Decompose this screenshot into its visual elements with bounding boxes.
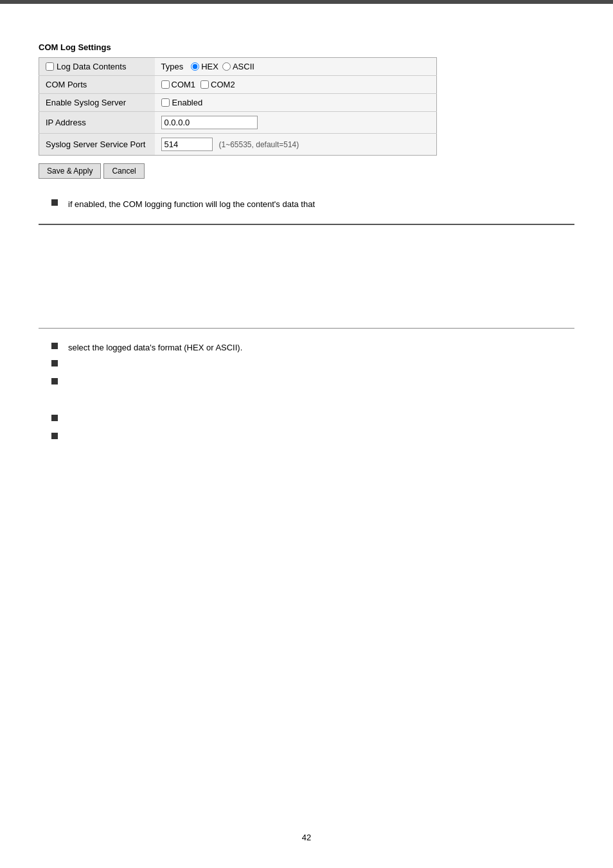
second-bullet-section: select the logged data's format (HEX or … [39, 341, 574, 444]
ascii-radio[interactable] [222, 62, 231, 71]
page-content: COM Log Settings Log Data Contents Types [0, 4, 613, 475]
first-bullet-section: if enabled, the COM logging function wil… [39, 198, 574, 211]
row-label-com-ports: COM Ports [39, 76, 155, 94]
bullet-icon-2-5 [51, 433, 58, 439]
row-value-syslog: Enabled [155, 94, 437, 112]
enabled-checkbox-label[interactable]: Enabled [161, 98, 431, 107]
bullet-item-2-3 [51, 377, 574, 390]
log-data-checkbox-label[interactable]: Log Data Contents [46, 62, 148, 71]
button-row: Save & Apply Cancel [39, 163, 574, 179]
cancel-button[interactable]: Cancel [103, 163, 144, 179]
com2-label[interactable]: COM2 [200, 80, 235, 89]
settings-table: Log Data Contents Types HEX ASCII [39, 57, 437, 156]
row-label-ip: IP Address [39, 112, 155, 134]
port-input[interactable] [161, 138, 213, 151]
bullet-item-1: if enabled, the COM logging function wil… [51, 198, 574, 211]
com2-checkbox[interactable] [200, 80, 209, 89]
row-value-com-ports: COM1 COM2 [155, 76, 437, 94]
spacer-2 [51, 394, 574, 413]
bullet-icon-2-4 [51, 415, 58, 421]
table-row-syslog: Enable Syslog Server Enabled [39, 94, 437, 112]
log-data-checkbox[interactable] [46, 62, 54, 71]
divider-2 [39, 328, 574, 329]
bullet-icon-2-3 [51, 378, 58, 384]
hex-radio[interactable] [191, 62, 199, 71]
table-row-port: Syslog Server Service Port (1~65535, def… [39, 134, 437, 156]
log-data-label-text: Log Data Contents [57, 62, 126, 71]
types-label: Types [161, 62, 184, 71]
com-ports-group: COM1 COM2 [161, 80, 431, 89]
divider-1 [39, 224, 574, 225]
row-value-ip [155, 112, 437, 134]
hex-label-text: HEX [201, 62, 218, 71]
types-radio-group: Types HEX ASCII [161, 62, 431, 71]
save-apply-button[interactable]: Save & Apply [39, 163, 101, 179]
bullet-text-2-5 [68, 431, 71, 444]
row-value-port: (1~65535, default=514) [155, 134, 437, 156]
section-title: COM Log Settings [39, 42, 574, 52]
bullet-item-2-1: select the logged data's format (HEX or … [51, 341, 574, 354]
bullet-item-2-4 [51, 413, 574, 426]
ascii-radio-label[interactable]: ASCII [222, 62, 254, 71]
bullet-text-1: if enabled, the COM logging function wil… [68, 198, 315, 211]
ip-address-input[interactable] [161, 116, 258, 129]
enabled-checkbox[interactable] [161, 98, 170, 107]
bullet-icon-2-2 [51, 360, 58, 366]
com1-checkbox[interactable] [161, 80, 170, 89]
bullet-item-2-2 [51, 359, 574, 372]
com2-text: COM2 [211, 80, 235, 89]
com1-text: COM1 [172, 80, 196, 89]
table-row: Log Data Contents Types HEX ASCII [39, 58, 437, 76]
table-row-com-ports: COM Ports COM1 COM2 [39, 76, 437, 94]
ascii-label-text: ASCII [233, 62, 254, 71]
table-row-ip: IP Address [39, 112, 437, 134]
bullet-text-2-3 [68, 377, 71, 390]
row-label-log-data: Log Data Contents [39, 58, 155, 76]
bullet-text-2-1: select the logged data's format (HEX or … [68, 341, 242, 354]
row-value-log-data: Types HEX ASCII [155, 58, 437, 76]
bullet-icon-2-1 [51, 343, 58, 349]
bullet-text-2-4 [68, 413, 71, 426]
bullet-text-2-2 [68, 359, 71, 372]
com1-label[interactable]: COM1 [161, 80, 196, 89]
port-hint: (1~65535, default=514) [219, 140, 299, 149]
page-number: 42 [0, 833, 613, 842]
spacer-1 [39, 238, 574, 315]
row-label-syslog: Enable Syslog Server [39, 94, 155, 112]
hex-radio-label[interactable]: HEX [191, 62, 218, 71]
row-label-port: Syslog Server Service Port [39, 134, 155, 156]
enabled-text: Enabled [172, 98, 203, 107]
bullet-icon-1 [51, 199, 58, 206]
bullet-item-2-5 [51, 431, 574, 444]
